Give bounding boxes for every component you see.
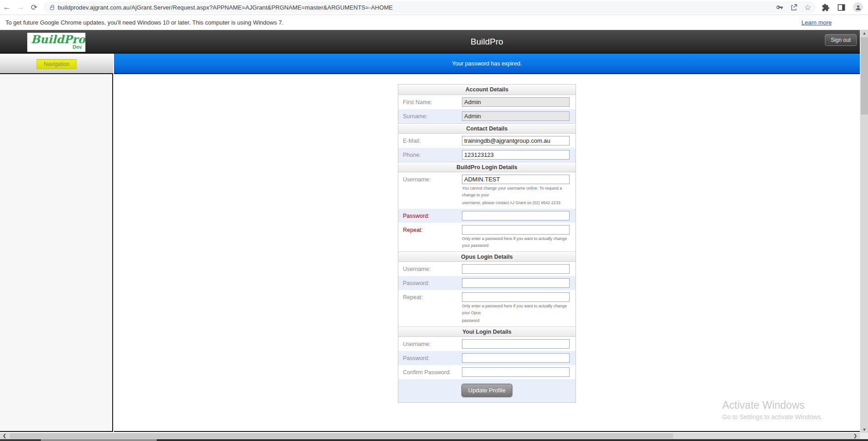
field-help-text: Only enter a password here if you want t… bbox=[462, 303, 572, 316]
password-input[interactable] bbox=[462, 353, 570, 363]
field-help-text: You cannot change your username online. … bbox=[462, 185, 572, 199]
confirm-password-input[interactable] bbox=[462, 367, 570, 377]
vertical-scroll-thumb[interactable] bbox=[861, 37, 868, 115]
star-icon[interactable]: ☆ bbox=[804, 3, 811, 12]
scroll-right-icon[interactable]: ❯ bbox=[851, 433, 860, 439]
e-mail-input[interactable] bbox=[462, 136, 570, 145]
form-row: Confirm Password: bbox=[398, 365, 575, 379]
username-input[interactable] bbox=[462, 264, 570, 274]
username-input[interactable] bbox=[462, 175, 570, 184]
section-header: Opus Login Details bbox=[398, 251, 575, 262]
banner-message: Your password has expired. bbox=[452, 60, 522, 67]
taskbar-segment bbox=[0, 439, 41, 441]
password-input[interactable] bbox=[462, 211, 570, 220]
scrollbar-corner bbox=[860, 433, 868, 439]
toolbar-right-icons bbox=[821, 2, 863, 12]
field-cell bbox=[462, 150, 572, 160]
form-row: Repeat:Only enter a password here if you… bbox=[398, 290, 575, 326]
main-content: Account DetailsFirst Name:Surname:Contac… bbox=[114, 74, 860, 432]
side-panel-icon[interactable] bbox=[837, 3, 846, 12]
scroll-left-icon[interactable]: ❮ bbox=[0, 433, 9, 439]
horizontal-scrollbar[interactable]: ❮ ❯ bbox=[0, 433, 860, 439]
sign-out-button[interactable]: Sign out bbox=[825, 34, 857, 46]
watermark-subtitle: Go to Settings to activate Windows. bbox=[722, 413, 823, 421]
horizontal-scroll-thumb[interactable] bbox=[10, 433, 673, 439]
address-bar[interactable]: buildprodev.ajgrant.com.au/AjGrant.Serve… bbox=[44, 1, 816, 13]
field-cell bbox=[462, 264, 572, 274]
field-cell bbox=[462, 211, 572, 220]
field-label: Password: bbox=[403, 278, 462, 288]
form-row: Repeat:Only enter a password here if you… bbox=[398, 223, 575, 251]
section-header: Account Details bbox=[398, 85, 575, 95]
form-row: Password: bbox=[398, 276, 575, 290]
scroll-up-icon[interactable]: ▲ bbox=[860, 30, 868, 36]
field-label: Username: bbox=[403, 175, 462, 206]
reload-icon[interactable]: ⟳ bbox=[27, 3, 41, 12]
field-cell: Only enter a password here if you want t… bbox=[462, 225, 572, 249]
field-label: Password: bbox=[403, 211, 462, 220]
update-profile-button[interactable]: Update Profile bbox=[461, 384, 512, 397]
field-label: Username: bbox=[403, 339, 462, 349]
profile-form: Account DetailsFirst Name:Surname:Contac… bbox=[398, 84, 576, 403]
field-label: E-Mail: bbox=[403, 136, 462, 145]
form-row: Surname: bbox=[398, 109, 575, 123]
field-label: Username: bbox=[403, 264, 462, 274]
navigation-button[interactable]: Navigation bbox=[36, 59, 77, 69]
scroll-down-icon[interactable]: ▼ bbox=[860, 426, 868, 433]
submit-row: Update Profile bbox=[398, 379, 575, 402]
form-row: First Name: bbox=[398, 95, 575, 109]
field-cell bbox=[462, 111, 572, 121]
field-cell: You cannot change your username online. … bbox=[462, 175, 572, 206]
form-row: Password: bbox=[398, 351, 575, 365]
lock-icon[interactable] bbox=[50, 7, 54, 10]
field-help-text: password bbox=[462, 317, 572, 324]
password-expired-banner: Your password has expired. bbox=[114, 54, 860, 74]
field-help-text: Only enter a password here if you want t… bbox=[462, 236, 572, 249]
field-label: Confirm Password: bbox=[403, 367, 462, 377]
section-header: BuildPro Login Details bbox=[398, 162, 575, 172]
vertical-scrollbar[interactable]: ▲ ▼ bbox=[860, 30, 868, 433]
repeat-input[interactable] bbox=[462, 225, 570, 235]
field-label: Repeat: bbox=[403, 292, 462, 324]
field-help-text: username, please contact AJ Grant on (02… bbox=[462, 200, 572, 206]
taskbar-edge bbox=[0, 439, 868, 441]
phone-input[interactable] bbox=[462, 150, 570, 160]
profile-icon[interactable] bbox=[853, 2, 863, 12]
extensions-icon[interactable] bbox=[821, 3, 830, 12]
form-row: Username: bbox=[398, 337, 575, 351]
sub-header-row: Navigation Your password has expired. bbox=[0, 54, 868, 74]
watermark-title: Activate Windows bbox=[722, 399, 823, 411]
field-cell: Only enter a password here if you want t… bbox=[462, 292, 572, 324]
share-icon[interactable] bbox=[790, 3, 798, 11]
taskbar-active-segment bbox=[41, 439, 157, 441]
form-row: Phone: bbox=[398, 148, 575, 162]
app-header: BuildPro Dev BuildPro Sign out bbox=[0, 30, 868, 54]
field-label: Repeat: bbox=[403, 225, 462, 249]
key-icon[interactable] bbox=[775, 3, 784, 11]
field-cell bbox=[462, 367, 572, 377]
chrome-infobar: To get future Google Chrome updates, you… bbox=[0, 15, 868, 30]
forward-icon[interactable]: → bbox=[14, 3, 27, 12]
field-label: Phone: bbox=[403, 150, 462, 160]
field-label: First Name: bbox=[403, 97, 462, 107]
infobar-message: To get future Google Chrome updates, you… bbox=[5, 19, 283, 26]
browser-toolbar: ← → ⟳ buildprodev.ajgrant.com.au/AjGrant… bbox=[0, 0, 868, 15]
password-input[interactable] bbox=[462, 278, 570, 288]
section-header: Youi Login Details bbox=[398, 326, 575, 337]
first-name-input bbox=[462, 97, 570, 107]
field-cell bbox=[462, 339, 572, 349]
form-row: E-Mail: bbox=[398, 134, 575, 148]
back-icon[interactable]: ← bbox=[0, 3, 14, 12]
page-title: BuildPro bbox=[114, 30, 860, 54]
section-header: Contact Details bbox=[398, 123, 575, 134]
field-cell bbox=[462, 353, 572, 363]
field-cell bbox=[462, 278, 572, 288]
buildpro-logo[interactable]: BuildPro Dev bbox=[27, 33, 85, 52]
username-input[interactable] bbox=[462, 339, 570, 349]
sidebar-nav-strip: Navigation bbox=[0, 54, 113, 74]
url-text[interactable]: buildprodev.ajgrant.com.au/AjGrant.Serve… bbox=[58, 4, 769, 11]
learn-more-link[interactable]: Learn more bbox=[802, 19, 832, 26]
field-cell bbox=[462, 136, 572, 145]
repeat-input[interactable] bbox=[462, 292, 570, 302]
form-row: Username:You cannot change your username… bbox=[398, 172, 575, 209]
